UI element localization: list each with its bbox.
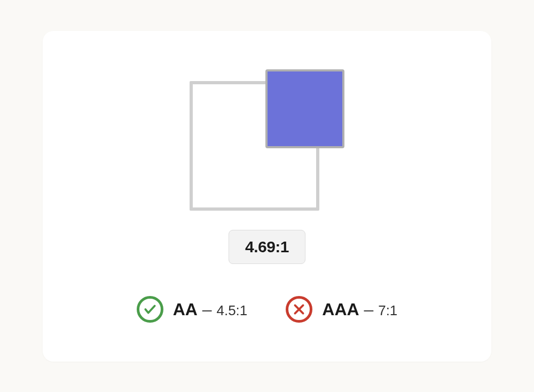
color-swatch-area bbox=[190, 69, 344, 211]
foreground-color-swatch[interactable] bbox=[265, 69, 344, 148]
standard-separator: – bbox=[202, 300, 217, 319]
standard-aaa: AAA – 7:1 bbox=[286, 296, 397, 323]
standard-aaa-text: AAA – 7:1 bbox=[322, 300, 397, 319]
standard-aa: AA – 4.5:1 bbox=[137, 296, 248, 323]
standard-separator: – bbox=[364, 300, 379, 319]
standard-level: AA bbox=[173, 300, 198, 319]
standard-ratio: 7:1 bbox=[378, 302, 397, 318]
standard-aa-text: AA – 4.5:1 bbox=[173, 300, 248, 319]
standards-row: AA – 4.5:1 AAA – 7:1 bbox=[137, 296, 398, 323]
check-icon bbox=[137, 296, 163, 323]
standard-ratio: 4.5:1 bbox=[216, 302, 247, 318]
x-icon bbox=[286, 296, 312, 323]
contrast-ratio-badge: 4.69:1 bbox=[229, 230, 305, 264]
contrast-checker-card: 4.69:1 AA – 4.5:1 AAA bbox=[43, 31, 491, 362]
standard-level: AAA bbox=[322, 300, 359, 319]
